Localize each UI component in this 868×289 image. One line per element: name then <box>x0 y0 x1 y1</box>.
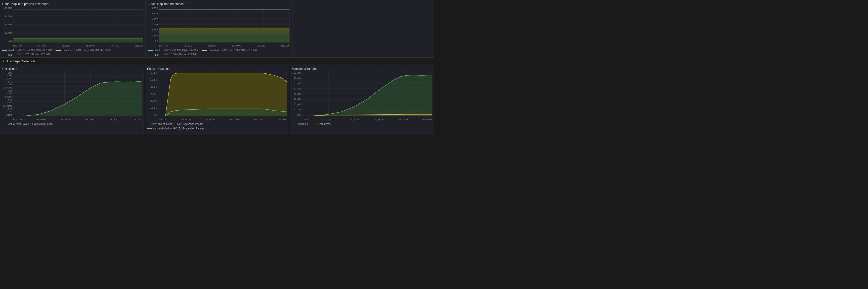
pause-avg-label: avg end of minor GC (G1 Evacuation Pause… <box>153 122 203 126</box>
legend-2: used Last *: 1.58 MiB Max: 1.58 MiB comm… <box>148 48 289 57</box>
allocated-chart: 160 MB/s 140 MB/s 120 MB/s 100 MB/s 80 M… <box>292 72 432 121</box>
chart-inner <box>13 7 143 42</box>
collections-legend-label: end of minor GC (G1 Evacuation Pause) <box>8 122 54 126</box>
legend-max-label: max <box>8 53 13 57</box>
gc-header-title: Garbage Collection <box>7 59 35 63</box>
collections-y-axis: 2.25 ops/s 2 ops/s 1.75 ops/s 1.5 ops/s … <box>2 72 13 116</box>
chart-inner-2 <box>159 7 289 42</box>
top-empty-panel <box>292 0 434 58</box>
pause-durations-panel: Pause Durations 60 ms 50 ms 40 ms 30 ms … <box>145 65 289 135</box>
pause-svg <box>158 72 287 116</box>
pause-y-axis: 60 ms 50 ms 40 ms 30 ms 20 ms 10 ms 0 s <box>147 72 158 116</box>
legend-used-label: used <box>8 49 14 53</box>
codeheap-nonmethods-chart: 6 MiB 5 MiB 4 MiB 3 MiB 2 MiB 1 MiB 0 B <box>148 7 289 47</box>
collections-title: Collections <box>2 67 142 71</box>
pause-durations-title: Pause Durations <box>147 67 287 71</box>
allocated-chart-inner <box>303 72 432 116</box>
codeheap-nonmethods-panel: CodeHeap 'non-nmethods' 6 MiB 5 MiB 4 Mi… <box>146 0 292 58</box>
collections-x-axis: 18:17:30 18:18:00 18:18:30 18:19:00 18:1… <box>13 118 142 121</box>
legend-committed-label-2: commited <box>208 49 218 53</box>
codeheap-nonprofiled-panel: CodeHeap 'non-profiled nmethods' 128 MiB… <box>0 0 146 58</box>
chart-svg <box>13 7 143 42</box>
chart-svg-2 <box>159 7 289 42</box>
y-axis-labels: 128 MiB 96 MiB 64 MiB 32 MiB 0 B <box>2 7 13 42</box>
allocated-svg <box>303 72 432 116</box>
x-axis-labels-2: 18:17:30 18:18:00 18:18:30 18:19:00 18:1… <box>159 44 289 47</box>
collections-panel: Collections 2.25 ops/s 2 ops/s 1.75 ops/… <box>0 65 144 135</box>
legend: used Last *: 10.7 MiB Max: 10.7 MiB comm… <box>2 48 143 57</box>
x-axis-labels: 18:17:30 18:18:00 18:18:30 18:19:00 18:1… <box>13 44 143 47</box>
svg-marker-81 <box>303 75 432 116</box>
gc-section-header: ▼ Garbage Collection <box>0 58 434 65</box>
pause-x-axis: 18:17:30 18:18:00 18:18:30 18:19:00 18:1… <box>158 118 287 121</box>
pause-max-label: max end of minor GC (G1 Evacuation Pause… <box>153 127 204 131</box>
svg-marker-14 <box>13 39 143 42</box>
allocated-x-axis: 18:17:30 18:18:00 18:18:30 18:19:00 18:1… <box>303 118 432 121</box>
allocated-label: allocated <box>298 122 308 126</box>
codeheap-nonmethods-title: CodeHeap 'non-nmethods' <box>148 2 289 6</box>
pause-legend: avg end of minor GC (G1 Evacuation Pause… <box>147 122 287 131</box>
chevron-icon: ▼ <box>2 60 5 63</box>
legend-used-label-2: used <box>154 49 160 53</box>
svg-marker-32 <box>159 33 289 42</box>
codeheap-nonprofiled-title: CodeHeap 'non-profiled nmethods' <box>2 2 143 6</box>
codeheap-nonprofiled-chart: 128 MiB 96 MiB 64 MiB 32 MiB 0 B <box>2 7 143 47</box>
allocated-promoted-panel: Allocated/Promoted 160 MB/s 140 MB/s 120… <box>290 65 434 135</box>
allocated-legend: allocated promoted <box>292 122 432 126</box>
pause-durations-chart: 60 ms 50 ms 40 ms 30 ms 20 ms 10 ms 0 s <box>147 72 287 121</box>
collections-legend: end of minor GC (G1 Evacuation Pause) <box>2 122 142 126</box>
bottom-panels: Collections 2.25 ops/s 2 ops/s 1.75 ops/… <box>0 65 434 135</box>
allocated-promoted-title: Allocated/Promoted <box>292 67 432 71</box>
collections-svg <box>13 72 142 116</box>
allocated-y-axis: 160 MB/s 140 MB/s 120 MB/s 100 MB/s 80 M… <box>292 72 303 116</box>
y-axis-labels-2: 6 MiB 5 MiB 4 MiB 3 MiB 2 MiB 1 MiB 0 B <box>148 7 159 42</box>
legend-max-label-2: max <box>154 53 159 57</box>
promoted-label: promoted <box>320 122 331 126</box>
collections-chart-inner <box>13 72 142 116</box>
collections-chart: 2.25 ops/s 2 ops/s 1.75 ops/s 1.5 ops/s … <box>2 72 142 121</box>
pause-chart-inner <box>158 72 287 116</box>
legend-committed-label: commited <box>62 49 72 53</box>
